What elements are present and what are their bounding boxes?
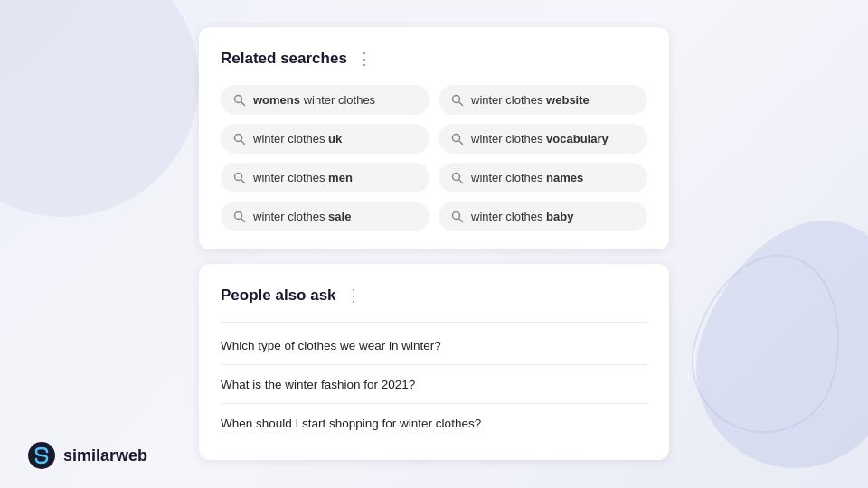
- search-magnifier-icon: [451, 172, 464, 184]
- pill-label: winter clothes vocabulary: [471, 132, 609, 145]
- people-also-ask-card: People also ask ⋮ Which type of clothes …: [199, 264, 669, 460]
- search-pill[interactable]: winter clothes sale: [221, 202, 429, 231]
- svg-line-3: [459, 101, 463, 105]
- search-pill[interactable]: winter clothes names: [439, 163, 647, 192]
- paa-question-item[interactable]: Which type of clothes we wear in winter?: [221, 326, 647, 365]
- search-magnifier-icon: [233, 133, 246, 145]
- pill-label: winter clothes uk: [253, 132, 342, 145]
- pill-label: womens winter clothes: [253, 93, 375, 107]
- related-searches-card: Related searches ⋮ womens winter clothes…: [199, 27, 669, 249]
- search-magnifier-icon: [233, 172, 246, 184]
- paa-question-text: When should I start shopping for winter …: [221, 417, 481, 430]
- related-searches-header: Related searches ⋮: [221, 49, 647, 69]
- search-magnifier-icon: [451, 133, 464, 145]
- paa-menu-icon[interactable]: ⋮: [345, 286, 363, 305]
- svg-line-15: [459, 218, 463, 221]
- paa-question-text: What is the winter fashion for 2021?: [221, 378, 415, 391]
- paa-title: People also ask: [221, 286, 336, 305]
- search-pill[interactable]: winter clothes website: [439, 85, 647, 115]
- search-pill[interactable]: winter clothes uk: [221, 124, 429, 154]
- svg-line-11: [459, 179, 463, 183]
- search-magnifier-icon: [451, 211, 464, 223]
- paa-question-item[interactable]: When should I start shopping for winter …: [221, 404, 647, 442]
- logo-area: similarweb: [27, 441, 147, 470]
- related-searches-menu-icon[interactable]: ⋮: [356, 49, 373, 69]
- logo-text: similarweb: [63, 446, 147, 465]
- pill-label: winter clothes names: [471, 171, 583, 184]
- paa-header: People also ask ⋮: [221, 286, 647, 305]
- search-magnifier-icon: [451, 94, 464, 107]
- paa-divider: [221, 322, 647, 323]
- pill-label: winter clothes baby: [471, 210, 573, 223]
- search-pill[interactable]: winter clothes baby: [439, 202, 647, 231]
- paa-questions-list: Which type of clothes we wear in winter?…: [221, 326, 647, 442]
- svg-line-7: [459, 140, 463, 144]
- search-pill[interactable]: womens winter clothes: [221, 85, 429, 115]
- main-content: Related searches ⋮ womens winter clothes…: [0, 0, 868, 478]
- svg-line-9: [241, 179, 245, 183]
- paa-question-text: Which type of clothes we wear in winter?: [221, 339, 441, 352]
- svg-line-1: [241, 101, 245, 105]
- related-searches-title: Related searches: [221, 50, 347, 68]
- pill-label: winter clothes men: [253, 171, 353, 184]
- similarweb-logo-icon: [27, 441, 56, 470]
- search-pill[interactable]: winter clothes men: [221, 163, 429, 192]
- paa-question-item[interactable]: What is the winter fashion for 2021?: [221, 365, 647, 404]
- search-pill[interactable]: winter clothes vocabulary: [439, 124, 647, 154]
- pill-label: winter clothes sale: [253, 210, 351, 223]
- svg-line-13: [241, 218, 245, 221]
- search-pills-grid: womens winter clotheswinter clothes webs…: [221, 85, 647, 231]
- pill-label: winter clothes website: [471, 93, 590, 107]
- search-magnifier-icon: [233, 94, 246, 107]
- search-magnifier-icon: [233, 211, 246, 223]
- svg-line-5: [241, 140, 245, 144]
